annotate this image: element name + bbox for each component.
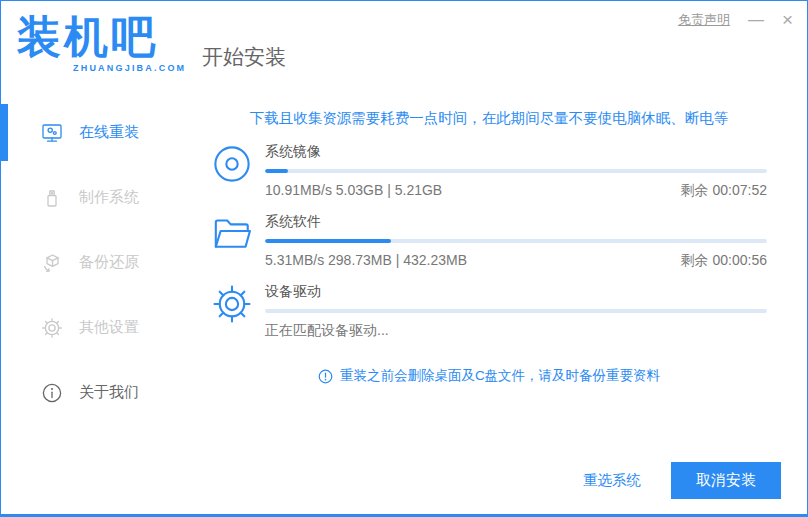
task-remaining-time: 剩余 00:00:56	[681, 252, 767, 270]
sidebar-item-label: 备份还原	[79, 253, 139, 272]
main-content: 下载且收集资源需要耗费一点时间，在此期间尽量不要使电脑休眠、断电等 系统镜像 1…	[186, 96, 807, 514]
close-button[interactable]: ×	[782, 12, 793, 28]
progress-fill	[265, 169, 288, 173]
sidebar-item-label: 在线重装	[79, 123, 139, 142]
header: 装机吧 ZHUANGJIBA.COM 开始安装 免责声明 — ×	[1, 1, 807, 96]
cancel-install-button[interactable]: 取消安装	[671, 462, 781, 499]
task-name: 设备驱动	[265, 283, 767, 301]
info-icon	[41, 382, 63, 404]
footer-actions: 重选系统 取消安装	[583, 462, 781, 499]
gear-icon	[41, 317, 63, 339]
gear-icon	[211, 283, 253, 325]
reselect-system-link[interactable]: 重选系统	[583, 471, 641, 490]
backup-warning-text: 重装之前会删除桌面及C盘文件，请及时备份重要资料	[340, 367, 660, 385]
app-logo: 装机吧 ZHUANGJIBA.COM	[1, 1, 186, 96]
progress-fill	[265, 239, 391, 243]
disclaimer-link[interactable]: 免责声明	[678, 11, 730, 29]
sidebar-item-label: 关于我们	[79, 383, 139, 402]
task-body: 设备驱动 正在匹配设备驱动...	[265, 283, 767, 340]
task-body: 系统软件 5.31MB/s 298.73MB | 432.23MB 剩余 00:…	[265, 213, 767, 270]
sidebar-item-about-us[interactable]: 关于我们	[1, 360, 186, 425]
sidebar-item-make-system[interactable]: 制作系统	[1, 165, 186, 230]
logo-subtitle: ZHUANGJIBA.COM	[73, 63, 186, 73]
monitor-reinstall-icon	[41, 122, 63, 144]
sidebar-item-label: 其他设置	[79, 318, 139, 337]
app-window: 装机吧 ZHUANGJIBA.COM 开始安装 免责声明 — × 在线重装 制作…	[0, 0, 808, 517]
backup-warning: 重装之前会删除桌面及C盘文件，请及时备份重要资料	[211, 367, 767, 385]
task-stats-row: 5.31MB/s 298.73MB | 432.23MB 剩余 00:00:56	[265, 252, 767, 270]
task-stats-row: 正在匹配设备驱动...	[265, 322, 767, 340]
folder-icon	[211, 213, 253, 255]
task-device-drivers: 设备驱动 正在匹配设备驱动...	[211, 283, 767, 340]
logo-text: 装机吧	[17, 11, 186, 63]
sidebar-item-online-reinstall[interactable]: 在线重装	[1, 100, 186, 165]
task-remaining-time: 剩余 00:07:52	[681, 182, 767, 200]
sidebar-item-backup-restore[interactable]: 备份还原	[1, 230, 186, 295]
download-notice: 下载且收集资源需要耗费一点时间，在此期间尽量不要使电脑休眠、断电等	[211, 109, 767, 128]
progress-bar	[265, 239, 767, 243]
minimize-button[interactable]: —	[748, 12, 764, 28]
sidebar: 在线重装 制作系统 备份还原 其他设置 关于我们	[1, 96, 186, 514]
task-speed-size: 10.91MB/s 5.03GB | 5.21GB	[265, 182, 442, 200]
task-name: 系统镜像	[265, 143, 767, 161]
task-name: 系统软件	[265, 213, 767, 231]
progress-bar	[265, 169, 767, 173]
task-status-text: 正在匹配设备驱动...	[265, 322, 389, 340]
usb-drive-icon	[41, 187, 63, 209]
exclamation-circle-icon	[318, 369, 333, 384]
task-list: 系统镜像 10.91MB/s 5.03GB | 5.21GB 剩余 00:07:…	[211, 143, 767, 340]
task-system-software: 系统软件 5.31MB/s 298.73MB | 432.23MB 剩余 00:…	[211, 213, 767, 270]
task-body: 系统镜像 10.91MB/s 5.03GB | 5.21GB 剩余 00:07:…	[265, 143, 767, 200]
page-title: 开始安装	[186, 1, 286, 96]
window-controls: 免责声明 — ×	[678, 11, 793, 29]
progress-bar	[265, 309, 767, 313]
task-system-image: 系统镜像 10.91MB/s 5.03GB | 5.21GB 剩余 00:07:…	[211, 143, 767, 200]
disc-icon	[211, 143, 253, 185]
task-stats-row: 10.91MB/s 5.03GB | 5.21GB 剩余 00:07:52	[265, 182, 767, 200]
sidebar-item-other-settings[interactable]: 其他设置	[1, 295, 186, 360]
sidebar-item-label: 制作系统	[79, 188, 139, 207]
backup-box-icon	[41, 252, 63, 274]
task-speed-size: 5.31MB/s 298.73MB | 432.23MB	[265, 252, 467, 270]
